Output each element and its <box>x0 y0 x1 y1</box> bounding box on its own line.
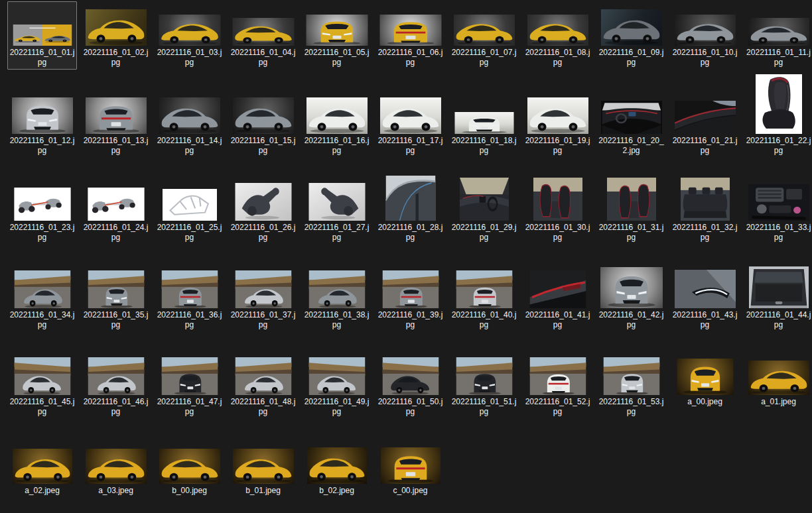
file-name-label: 20221116_01_34.jpg <box>9 310 76 330</box>
file-tile[interactable]: 20221116_01_06.jpg <box>375 1 445 70</box>
file-name-label: 20221116_01_28.jpg <box>377 223 444 243</box>
thumbnail-seatsF-icon <box>533 178 582 221</box>
thumbnail-seat-icon <box>756 74 802 134</box>
file-tile[interactable]: 20221116_01_08.jpg <box>523 1 592 70</box>
file-tile[interactable]: 20221116_01_10.jpg <box>670 1 740 70</box>
file-tile[interactable]: 20221116_01_53.jpg <box>596 351 666 419</box>
file-name-label: b_00.jpeg <box>156 486 223 496</box>
file-name-label: 20221116_01_09.jpg <box>598 48 665 68</box>
file-name-label: 20221116_01_18.jpg <box>450 136 517 156</box>
file-tile[interactable]: 20221116_01_29.jpg <box>449 176 519 245</box>
thumbnail-seatsF-icon <box>607 178 656 221</box>
thumbnail-susp-icon <box>235 183 291 221</box>
file-tile[interactable]: 20221116_01_20_2.jpg <box>596 89 666 158</box>
file-tile[interactable]: c_00.jpeg <box>375 439 445 498</box>
thumbnail-trunk-icon <box>749 266 809 308</box>
file-name-label: a_00.jpeg <box>671 397 738 407</box>
file-tile[interactable]: a_02.jpeg <box>7 439 77 498</box>
file-tile[interactable]: 20221116_01_28.jpg <box>375 176 445 245</box>
file-name-label: b_02.jpeg <box>303 486 370 496</box>
file-tile[interactable]: 20221116_01_12.jpg <box>7 89 77 158</box>
file-tile[interactable]: a_03.jpeg <box>81 439 151 498</box>
file-tile[interactable]: 20221116_01_49.jpg <box>302 351 372 419</box>
file-tile[interactable]: 20221116_01_21.jpg <box>670 89 740 158</box>
thumbnail-track-icon <box>456 270 512 308</box>
file-tile[interactable]: 20221116_01_46.jpg <box>81 351 151 419</box>
file-tile[interactable]: 20221116_01_09.jpg <box>596 1 666 70</box>
file-tile[interactable]: 20221116_01_36.jpg <box>155 264 224 332</box>
file-tile[interactable]: 20221116_01_35.jpg <box>81 264 151 332</box>
file-tile[interactable]: b_01.jpeg <box>228 439 298 498</box>
thumbnail-track-icon <box>308 270 365 308</box>
file-tile[interactable]: 20221116_01_22.jpg <box>744 89 812 158</box>
thumbnail-side-icon <box>159 15 220 46</box>
thumbnail-side-icon <box>527 15 588 46</box>
file-tile[interactable]: 20221116_01_15.jpg <box>228 89 298 158</box>
file-name-label: 20221116_01_40.jpg <box>450 310 517 330</box>
file-tile[interactable]: 20221116_01_05.jpg <box>302 1 372 70</box>
thumbnail-susp-icon <box>308 183 365 221</box>
file-tile[interactable]: 20221116_01_19.jpg <box>523 89 592 158</box>
file-tile[interactable]: 20221116_01_41.jpg <box>523 264 592 332</box>
thumbnail-banner-icon <box>13 25 72 46</box>
file-tile[interactable]: 20221116_01_07.jpg <box>449 1 519 70</box>
thumbnail-track-icon <box>529 357 586 395</box>
file-name-label: 20221116_01_47.jpg <box>156 397 223 417</box>
file-tile[interactable]: 20221116_01_26.jpg <box>228 176 298 245</box>
thumbnail-track-icon <box>456 357 512 395</box>
thumbnail-track-icon <box>161 357 218 395</box>
thumbnail-side-icon <box>233 449 294 484</box>
file-tile[interactable]: 20221116_01_45.jpg <box>7 351 77 419</box>
file-tile[interactable]: 20221116_01_37.jpg <box>228 264 298 332</box>
thumbnail-seatsR-icon <box>681 178 730 221</box>
file-tile[interactable]: 20221116_01_03.jpg <box>155 1 224 70</box>
file-tile[interactable]: 20221116_01_50.jpg <box>375 351 445 419</box>
file-tile[interactable]: 20221116_01_24.jpg <box>81 176 151 245</box>
file-tile[interactable]: 20221116_01_34.jpg <box>7 264 77 332</box>
file-tile[interactable]: a_00.jpeg <box>670 351 740 409</box>
file-name-label: 20221116_01_19.jpg <box>524 136 591 156</box>
file-tile[interactable]: b_00.jpeg <box>155 439 224 498</box>
file-tile[interactable]: 20221116_01_17.jpg <box>375 89 445 158</box>
file-tile[interactable]: a_01.jpeg <box>744 351 812 409</box>
file-tile[interactable]: 20221116_01_18.jpg <box>449 89 519 158</box>
file-name-label: a_03.jpeg <box>82 486 149 496</box>
thumbnail-track-icon <box>161 270 218 308</box>
file-tile[interactable]: 20221116_01_33.jpg <box>744 176 812 245</box>
thumbnail-front-icon <box>306 15 368 46</box>
file-tile[interactable]: 20221116_01_04.jpg <box>228 1 298 70</box>
file-tile[interactable]: 20221116_01_27.jpg <box>302 176 372 245</box>
file-tile[interactable]: 20221116_01_43.jpg <box>670 264 740 332</box>
file-tile[interactable]: 20221116_01_14.jpg <box>155 89 224 158</box>
file-tile[interactable]: 20221116_01_25.jpg <box>155 176 224 245</box>
file-name-label: 20221116_01_05.jpg <box>303 48 370 68</box>
file-tile[interactable]: 20221116_01_31.jpg <box>596 176 666 245</box>
file-tile[interactable]: 20221116_01_51.jpg <box>449 351 519 419</box>
file-tile[interactable]: 20221116_01_47.jpg <box>155 351 224 419</box>
thumbnail-window-icon <box>385 176 435 221</box>
file-tile[interactable]: 20221116_01_44.jpg <box>744 264 812 332</box>
thumbnail-side-icon <box>675 15 736 46</box>
file-tile[interactable]: 20221116_01_01.jpg <box>7 1 77 70</box>
thumbnail-side-icon <box>307 447 367 484</box>
file-tile[interactable]: 20221116_01_40.jpg <box>449 264 519 332</box>
file-tile[interactable]: 20221116_01_39.jpg <box>375 264 445 332</box>
file-tile[interactable]: 20221116_01_52.jpg <box>523 351 592 419</box>
thumbnail-taillight-icon <box>529 270 586 308</box>
file-tile[interactable]: 20221116_01_13.jpg <box>81 89 151 158</box>
file-tile[interactable]: b_02.jpeg <box>302 439 372 498</box>
file-tile[interactable]: 20221116_01_38.jpg <box>302 264 372 332</box>
thumbnail-dash-icon <box>601 101 662 134</box>
file-tile[interactable]: 20221116_01_32.jpg <box>670 176 740 245</box>
file-tile[interactable]: 20221116_01_30.jpg <box>523 176 592 245</box>
file-tile[interactable]: 20221116_01_16.jpg <box>302 89 372 158</box>
file-name-label: 20221116_01_07.jpg <box>450 48 517 68</box>
file-tile[interactable]: 20221116_01_42.jpg <box>596 264 666 332</box>
file-tile[interactable]: 20221116_01_02.jpg <box>81 1 151 70</box>
file-tile[interactable]: 20221116_01_48.jpg <box>228 351 298 419</box>
thumbnail-engine-icon <box>748 184 809 221</box>
file-name-label: 20221116_01_41.jpg <box>524 310 591 330</box>
file-tile[interactable]: 20221116_01_11.jpg <box>744 1 812 70</box>
file-name-label: 20221116_01_33.jpg <box>745 223 812 243</box>
file-tile[interactable]: 20221116_01_23.jpg <box>7 176 77 245</box>
